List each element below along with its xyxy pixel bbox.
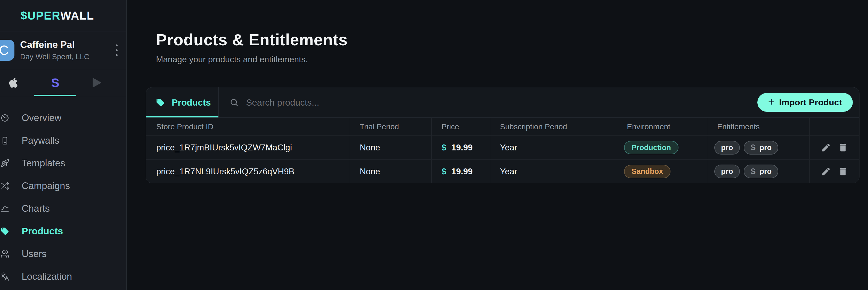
search-input[interactable] (246, 97, 757, 108)
cell-actions (810, 136, 859, 159)
pencil-icon (821, 142, 831, 153)
cell-environment: Production (617, 136, 707, 159)
pencil-icon (821, 167, 831, 177)
brand-logo-accent: $UPER (21, 9, 60, 22)
table-header-row: Store Product ID Trial Period Price Subs… (146, 118, 859, 136)
platform-tab-stripe[interactable]: S (34, 69, 76, 96)
entitlement-badge-stripe: Spro (744, 141, 778, 154)
cell-trial-period: None (350, 136, 432, 159)
cell-price: $ 19.99 (432, 136, 490, 159)
sidebar: $UPERWALL C Caffeine Pal Day Well Spent,… (0, 0, 127, 290)
cell-trial-period: None (350, 160, 432, 183)
tag-icon (1, 227, 9, 235)
sidebar-nav: Overview Paywalls Templates Campaigns Ch… (0, 96, 126, 288)
sidebar-item-label: Templates (22, 158, 65, 169)
play-icon (92, 77, 102, 88)
cell-environment: Sandbox (617, 160, 707, 183)
cell-entitlements: pro Spro (707, 136, 810, 159)
column-trial-period: Trial Period (350, 118, 432, 136)
brand-logo-rest: WALL (60, 9, 94, 22)
delete-button[interactable] (836, 164, 850, 179)
platform-tab-apple[interactable] (0, 69, 34, 96)
cell-store-product-id: price_1R7NL9IUrsk5vIQZ5z6qVH9B (146, 160, 350, 183)
sidebar-item-label: Users (22, 249, 47, 259)
app-company: Day Well Spent, LLC (20, 52, 90, 61)
cell-entitlements: pro Spro (707, 160, 810, 183)
platform-tabs: S (0, 69, 126, 96)
sidebar-item-overview[interactable]: Overview (0, 107, 126, 129)
stripe-icon: S (51, 76, 59, 90)
column-store-product-id: Store Product ID (146, 118, 350, 136)
import-product-button[interactable]: + Import Product (757, 93, 853, 112)
sidebar-item-campaigns[interactable]: Campaigns (0, 175, 126, 197)
table-row: price_1R7jmBIUrsk5vIQZW7MaClgi None $ 19… (146, 136, 859, 159)
sidebar-item-products[interactable]: Products (0, 220, 126, 243)
app-menu-kebab-icon[interactable] (114, 42, 120, 58)
brand-logo: $UPERWALL (0, 0, 126, 31)
entitlement-badge: pro (714, 165, 740, 178)
sidebar-item-charts[interactable]: Charts (0, 197, 126, 220)
shuffle-icon (1, 182, 9, 190)
column-entitlements: Entitlements (707, 118, 810, 136)
pie-chart-icon (1, 114, 9, 122)
translate-icon (1, 272, 9, 281)
cell-subscription-period: Year (490, 160, 617, 183)
search-box (219, 87, 757, 117)
sidebar-item-label: Charts (22, 203, 50, 214)
import-product-label: Import Product (779, 97, 842, 107)
edit-button[interactable] (819, 140, 833, 155)
stripe-icon: S (750, 143, 756, 152)
column-subscription-period: Subscription Period (490, 118, 617, 136)
trash-icon (838, 167, 848, 177)
column-price: Price (432, 118, 490, 136)
tab-products[interactable]: Products (146, 87, 219, 117)
price-amount: 19.99 (451, 167, 473, 176)
page-title: Products & Entitlements (156, 30, 860, 49)
sidebar-item-label: Products (22, 226, 63, 237)
entitlement-badge: pro (714, 141, 740, 154)
sidebar-item-paywalls[interactable]: Paywalls (0, 129, 126, 152)
tag-icon (156, 98, 165, 107)
entitlement-badge-stripe: Spro (744, 165, 778, 178)
main-content: Products & Entitlements Manage your prod… (127, 0, 868, 290)
app-selector[interactable]: C Caffeine Pal Day Well Spent, LLC (0, 31, 126, 69)
plus-icon: + (768, 97, 775, 107)
page-subtitle: Manage your products and entitlements. (156, 55, 860, 64)
table-row: price_1R7NL9IUrsk5vIQZ5z6qVH9B None $ 19… (146, 159, 859, 183)
stripe-icon: S (750, 167, 756, 176)
panel-toolbar: Products + Import Product (146, 87, 859, 118)
environment-badge: Production (624, 141, 679, 154)
delete-button[interactable] (836, 140, 850, 155)
sidebar-item-label: Localization (22, 271, 72, 282)
app-names: Caffeine Pal Day Well Spent, LLC (20, 39, 90, 61)
platform-tab-google-play[interactable] (76, 69, 118, 96)
column-environment: Environment (617, 118, 707, 136)
edit-button[interactable] (819, 164, 833, 179)
app-name: Caffeine Pal (20, 39, 90, 50)
environment-badge: Sandbox (624, 165, 671, 178)
chart-line-icon (1, 204, 9, 213)
column-actions (810, 118, 859, 136)
users-icon (1, 250, 9, 258)
sidebar-item-localization[interactable]: Localization (0, 265, 126, 288)
currency-symbol: $ (441, 167, 446, 176)
sidebar-item-users[interactable]: Users (0, 243, 126, 265)
app-avatar: C (0, 40, 14, 61)
products-panel: Products + Import Product Store Product … (146, 87, 860, 183)
sidebar-item-templates[interactable]: Templates (0, 152, 126, 175)
sidebar-item-label: Campaigns (22, 181, 70, 191)
sidebar-item-label: Paywalls (22, 135, 59, 146)
sidebar-item-label: Overview (22, 113, 61, 123)
price-amount: 19.99 (451, 143, 473, 152)
products-table: Store Product ID Trial Period Price Subs… (146, 118, 859, 183)
search-icon (229, 98, 239, 107)
trash-icon (838, 142, 848, 153)
tab-products-label: Products (172, 97, 211, 108)
cell-price: $ 19.99 (432, 160, 490, 183)
cell-actions (810, 160, 859, 183)
phone-icon (1, 136, 9, 145)
cell-store-product-id: price_1R7jmBIUrsk5vIQZW7MaClgi (146, 136, 350, 159)
app-window: $UPERWALL C Caffeine Pal Day Well Spent,… (0, 0, 868, 290)
rocket-icon (1, 159, 9, 168)
cell-subscription-period: Year (490, 136, 617, 159)
